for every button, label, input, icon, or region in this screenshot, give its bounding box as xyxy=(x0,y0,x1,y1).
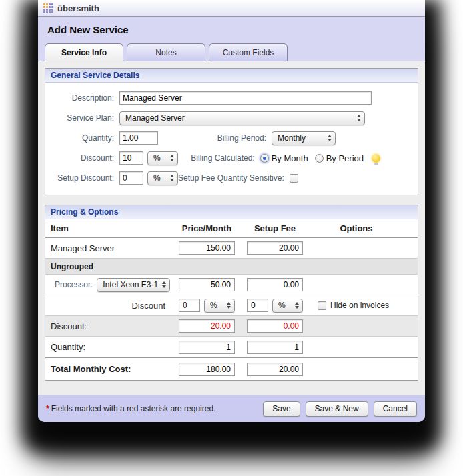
ubersmith-logo-icon xyxy=(43,3,53,13)
line-discount-label: Discount xyxy=(45,301,172,311)
by-period-radio-label: By Period xyxy=(326,153,364,163)
table-row-processor: Processor: Intel Xeon E3-126 xyxy=(45,275,418,295)
table-row-discount-total: Discount: xyxy=(45,316,418,337)
quantity-input[interactable] xyxy=(119,131,158,145)
total-setup-input[interactable] xyxy=(247,363,303,376)
add-service-window: übersmith Add New Service Service Info N… xyxy=(38,0,425,422)
brand-name: übersmith xyxy=(57,3,99,13)
by-month-radio-label: By Month xyxy=(272,153,308,163)
pricing-header-row: Item Price/Month Setup Fee Options xyxy=(45,219,418,238)
required-asterisk: * xyxy=(46,404,49,413)
service-item-name: Managed Server xyxy=(45,243,172,253)
billing-calculated-label: Billing Calculated: xyxy=(178,153,255,163)
save-button[interactable]: Save xyxy=(263,401,300,417)
service-setup-input[interactable] xyxy=(247,241,303,255)
brand-bar: übersmith xyxy=(38,0,425,17)
pricing-panel-header: Pricing & Options xyxy=(45,205,418,219)
tab-bar: Service Info Notes Custom Fields xyxy=(45,43,288,61)
discount-label: Discount: xyxy=(51,153,114,163)
select-stepper-icon xyxy=(162,281,166,288)
select-stepper-icon xyxy=(227,302,231,309)
processor-label: Processor: xyxy=(55,280,93,289)
select-stepper-icon xyxy=(295,302,299,309)
cancel-button[interactable]: Cancel xyxy=(374,401,417,417)
description-label: Description: xyxy=(51,93,114,103)
action-bar: *Fields marked with a red asterisk are r… xyxy=(38,395,425,422)
discount-row-label: Discount: xyxy=(45,321,172,331)
by-month-radio[interactable] xyxy=(260,154,269,163)
col-options: Options xyxy=(308,223,395,233)
table-row-total-monthly-cost: Total Monthly Cost: xyxy=(45,357,418,380)
quantity-price-input[interactable] xyxy=(179,341,235,354)
lightbulb-help-icon[interactable] xyxy=(372,154,380,163)
line-discount-price-input[interactable] xyxy=(179,299,200,312)
billing-period-select[interactable]: Monthly xyxy=(272,131,336,145)
select-stepper-icon xyxy=(328,135,332,141)
select-stepper-icon xyxy=(170,155,174,161)
tab-custom-fields[interactable]: Custom Fields xyxy=(209,43,288,61)
pricing-options-panel: Pricing & Options Item Price/Month Setup… xyxy=(45,205,418,381)
setup-fee-qty-sensitive-checkbox[interactable] xyxy=(290,174,298,183)
service-price-input[interactable] xyxy=(179,241,235,255)
line-discount-setup-input[interactable] xyxy=(247,299,268,312)
total-row-label: Total Monthly Cost: xyxy=(45,364,172,374)
discount-input[interactable] xyxy=(119,151,143,165)
description-input[interactable] xyxy=(119,91,372,105)
save-and-new-button[interactable]: Save & New xyxy=(306,401,368,417)
title-bar: Add New Service Service Info Notes Custo… xyxy=(38,17,425,61)
group-label: Ungrouped xyxy=(45,262,172,271)
total-price-input[interactable] xyxy=(179,363,235,376)
line-discount-setup-unit-select[interactable]: % xyxy=(272,299,303,313)
processor-select[interactable]: Intel Xeon E3-126 xyxy=(97,278,170,292)
billing-period-label: Billing Period: xyxy=(158,133,266,143)
line-discount-price-unit-select[interactable]: % xyxy=(204,299,235,313)
required-fields-note: *Fields marked with a red asterisk are r… xyxy=(46,404,263,413)
col-price-month: Price/Month xyxy=(172,223,242,233)
select-stepper-icon xyxy=(357,115,361,121)
setup-fee-qty-sensitive-label: Setup Fee Quantity Sensitive: xyxy=(178,173,284,183)
setup-discount-label: Setup Discount: xyxy=(51,173,114,183)
service-plan-label: Service Plan: xyxy=(51,113,114,123)
discount-total-setup-input[interactable] xyxy=(247,319,303,333)
processor-price-input[interactable] xyxy=(179,278,235,291)
by-period-radio[interactable] xyxy=(315,154,324,163)
quantity-row-label: Quantity: xyxy=(45,342,172,352)
discount-total-price-input[interactable] xyxy=(179,319,235,333)
service-plan-select[interactable]: Managed Server xyxy=(119,111,365,125)
tab-notes[interactable]: Notes xyxy=(127,43,205,61)
table-row-quantity: Quantity: xyxy=(45,337,418,357)
table-row-line-discount: Discount % % xyxy=(45,295,418,316)
table-row-managed-server: Managed Server xyxy=(45,238,418,259)
processor-setup-input[interactable] xyxy=(247,278,303,291)
content-area: General Service Details Description: Ser… xyxy=(38,61,425,395)
col-item: Item xyxy=(45,223,172,233)
page-background: übersmith Add New Service Service Info N… xyxy=(0,0,463,476)
table-row-ungrouped: Ungrouped xyxy=(45,259,418,275)
quantity-label: Quantity: xyxy=(51,133,114,143)
general-panel-header: General Service Details xyxy=(45,69,418,83)
select-stepper-icon xyxy=(170,175,174,181)
general-service-details-panel: General Service Details Description: Ser… xyxy=(45,68,418,195)
setup-discount-unit-select[interactable]: % xyxy=(147,171,178,185)
hide-on-invoices-checkbox[interactable] xyxy=(318,301,326,310)
pricing-table: Item Price/Month Setup Fee Options Manag… xyxy=(45,219,418,380)
page-title: Add New Service xyxy=(38,17,425,35)
setup-discount-input[interactable] xyxy=(119,171,143,185)
discount-unit-select[interactable]: % xyxy=(147,151,178,165)
quantity-setup-input[interactable] xyxy=(247,341,303,354)
hide-on-invoices-label: Hide on invoices xyxy=(330,301,389,310)
col-setup-fee: Setup Fee xyxy=(242,223,308,233)
tab-service-info[interactable]: Service Info xyxy=(45,43,123,61)
